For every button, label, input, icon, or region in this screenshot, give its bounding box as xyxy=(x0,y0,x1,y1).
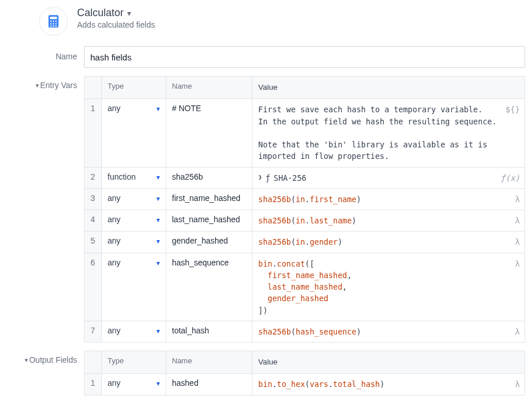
type-value: function xyxy=(108,172,136,181)
table-row: 2 function ▾ sha256b ❯ ƒ SHA-256ƒ(x) xyxy=(85,168,525,189)
code-expression[interactable]: bin.to_hex(vars.total_hash) xyxy=(258,379,385,389)
table-row: 7 any ▾ total_hash sha256b(hash_sequence… xyxy=(85,321,525,342)
type-value: any xyxy=(108,326,121,335)
component-header: Calculator ▾ Adds calculated fields xyxy=(39,7,525,36)
var-name-input[interactable]: sha256b xyxy=(166,168,252,188)
table-row: 5 any ▾ gender_hashed sha256b(in.gender)… xyxy=(85,231,525,253)
table-row: 4 any ▾ last_name_hashed sha256b(in.last… xyxy=(85,210,525,231)
component-subtitle: Adds calculated fields xyxy=(77,20,155,29)
function-ref[interactable]: ❯ ƒ SHA-256 xyxy=(258,172,519,184)
lambda-icon[interactable]: λ xyxy=(515,193,520,206)
var-name-input[interactable]: # NOTE xyxy=(166,99,252,166)
svg-point-8 xyxy=(50,25,51,26)
row-index: 3 xyxy=(85,189,102,210)
svg-point-6 xyxy=(53,23,54,24)
code-expression[interactable]: sha256b(in.first_name) xyxy=(258,195,361,204)
chevron-down-icon: ▾ xyxy=(156,193,160,203)
value-cell: sha256b(in.last_name)λ xyxy=(252,210,525,231)
svg-point-9 xyxy=(53,25,54,26)
svg-point-4 xyxy=(55,21,56,22)
code-expression[interactable]: sha256b(hash_sequence) xyxy=(258,327,361,336)
chevron-down-icon: ▾ xyxy=(156,172,160,181)
value-cell: sha256b(in.first_name)λ xyxy=(252,189,525,210)
type-value: any xyxy=(108,258,121,267)
value-text[interactable]: First we save each hash to a temporary v… xyxy=(258,105,497,161)
var-name-input[interactable]: total_hash xyxy=(166,321,252,342)
value-cell: bin.concat([ first_name_hashed, last_nam… xyxy=(252,253,525,321)
type-select[interactable]: any ▾ xyxy=(102,374,166,394)
svg-point-10 xyxy=(55,25,56,26)
col-name: Name xyxy=(166,351,252,373)
function-name: SHA-256 xyxy=(274,172,307,184)
col-type: Type xyxy=(102,351,166,373)
value-cell: bin.to_hex(vars.total_hash)λ xyxy=(252,374,525,394)
var-name-input[interactable]: gender_hashed xyxy=(166,231,252,252)
type-value: any xyxy=(108,378,121,388)
row-index: 2 xyxy=(85,168,102,188)
value-cell: sha256b(hash_sequence)λ xyxy=(252,321,525,342)
chevron-down-icon: ▾ xyxy=(156,104,160,113)
lambda-icon[interactable]: λ xyxy=(515,378,520,390)
component-title-dropdown[interactable]: Calculator ▾ xyxy=(77,7,155,19)
svg-point-3 xyxy=(53,21,54,22)
chevron-down-icon: ▾ xyxy=(36,82,39,89)
chevron-down-icon: ▾ xyxy=(127,9,131,18)
type-select[interactable]: any ▾ xyxy=(102,321,166,342)
var-name-input[interactable]: last_name_hashed xyxy=(166,210,252,231)
var-name-input[interactable]: hash_sequence xyxy=(166,253,252,321)
calculator-icon xyxy=(39,7,68,36)
type-select[interactable]: any ▾ xyxy=(102,99,166,166)
svg-point-7 xyxy=(55,23,56,24)
value-cell: sha256b(in.gender)λ xyxy=(252,231,525,252)
type-value: any xyxy=(108,193,121,203)
row-index: 6 xyxy=(85,253,102,321)
entry-vars-toggle[interactable]: ▾ Entry Vars xyxy=(7,76,84,90)
name-input[interactable] xyxy=(84,46,525,68)
type-select[interactable]: any ▾ xyxy=(102,253,166,321)
row-index: 1 xyxy=(85,374,102,394)
chevron-down-icon: ▾ xyxy=(156,236,160,245)
chevron-down-icon: ▾ xyxy=(156,258,160,267)
table-row: 6 any ▾ hash_sequence bin.concat([ first… xyxy=(85,253,525,321)
label-name: Name xyxy=(7,46,84,61)
type-select[interactable]: any ▾ xyxy=(102,231,166,252)
code-expression[interactable]: sha256b(in.gender) xyxy=(258,237,342,246)
col-name: Name xyxy=(166,77,252,98)
col-value: Value xyxy=(252,351,525,373)
table-row: 1 any ▾ # NOTE First we save each hash t… xyxy=(85,99,525,167)
row-index: 5 xyxy=(85,231,102,252)
svg-point-2 xyxy=(50,21,51,22)
fx-icon[interactable]: ƒ(x) xyxy=(500,172,520,184)
lambda-icon[interactable]: λ xyxy=(515,236,520,248)
entry-vars-grid: Type Name Value 1 any ▾ # NOTE First we … xyxy=(84,76,525,343)
lambda-icon[interactable]: λ xyxy=(515,215,520,227)
template-icon[interactable]: ${} xyxy=(506,104,520,116)
code-expression[interactable]: sha256b(in.last_name) xyxy=(258,216,357,225)
grid-header: Type Name Value xyxy=(85,77,525,99)
col-value: Value xyxy=(252,77,525,98)
grid-header: Type Name Value xyxy=(85,351,525,374)
svg-rect-1 xyxy=(50,17,57,19)
type-value: any xyxy=(108,236,121,245)
type-select[interactable]: function ▾ xyxy=(102,168,166,188)
lambda-icon[interactable]: λ xyxy=(515,326,520,338)
type-select[interactable]: any ▾ xyxy=(102,189,166,210)
type-select[interactable]: any ▾ xyxy=(102,210,166,231)
row-index: 1 xyxy=(85,99,102,166)
row-index: 4 xyxy=(85,210,102,231)
var-name-input[interactable]: hashed xyxy=(166,374,252,394)
svg-point-5 xyxy=(50,23,51,24)
type-value: any xyxy=(108,104,121,113)
lambda-icon[interactable]: λ xyxy=(515,258,520,270)
var-name-input[interactable]: first_name_hashed xyxy=(166,189,252,210)
value-cell: First we save each hash to a temporary v… xyxy=(252,99,525,166)
code-expression[interactable]: bin.concat([ first_name_hashed, last_nam… xyxy=(258,259,352,315)
table-row: 3 any ▾ first_name_hashed sha256b(in.fir… xyxy=(85,189,525,210)
chevron-down-icon: ▾ xyxy=(156,326,160,335)
fn-glyph-icon: ƒ xyxy=(266,172,270,184)
row-index: 7 xyxy=(85,321,102,342)
col-type: Type xyxy=(102,77,166,98)
chevron-right-icon: ❯ xyxy=(258,173,262,183)
value-cell: ❯ ƒ SHA-256ƒ(x) xyxy=(252,168,525,188)
output-fields-toggle[interactable]: ▾ Output Fields xyxy=(7,351,84,364)
